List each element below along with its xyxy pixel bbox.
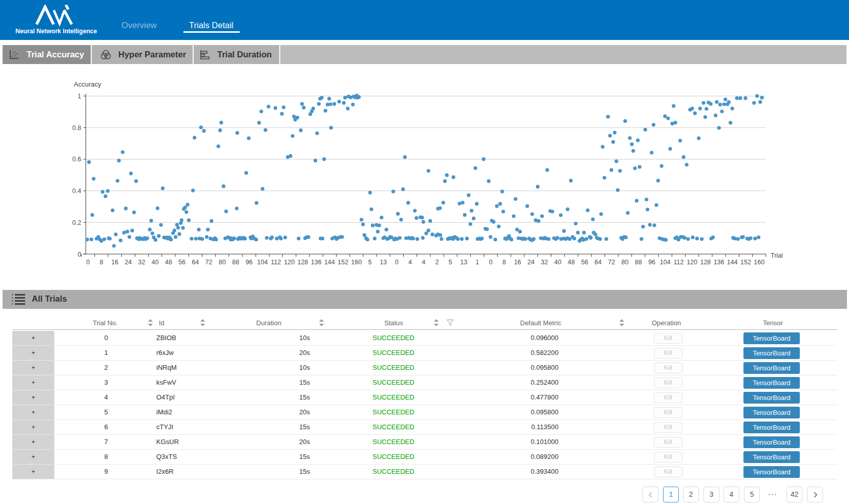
svg-text:96: 96 [245, 259, 253, 266]
svg-text:0.2: 0.2 [72, 219, 81, 226]
svg-text:80: 80 [622, 259, 629, 266]
svg-text:Trial: Trial [771, 252, 783, 259]
svg-text:104: 104 [257, 259, 268, 266]
svg-text:Accuracy: Accuracy [74, 80, 101, 88]
svg-text:112: 112 [271, 259, 281, 266]
svg-text:13: 13 [380, 259, 387, 266]
svg-text:72: 72 [205, 259, 213, 266]
svg-text:4: 4 [422, 259, 425, 266]
svg-text:16: 16 [111, 259, 118, 266]
svg-text:8: 8 [502, 259, 506, 266]
svg-text:0.4: 0.4 [72, 187, 81, 195]
svg-text:56: 56 [581, 259, 588, 266]
svg-text:40: 40 [554, 259, 562, 266]
svg-text:56: 56 [178, 259, 185, 266]
svg-text:5: 5 [368, 259, 371, 266]
svg-text:64: 64 [192, 259, 199, 266]
svg-text:96: 96 [648, 259, 655, 266]
svg-text:64: 64 [594, 259, 602, 266]
svg-text:152: 152 [740, 259, 751, 266]
svg-text:24: 24 [125, 259, 132, 266]
svg-text:4: 4 [408, 259, 412, 266]
svg-text:80: 80 [219, 259, 226, 266]
svg-text:144: 144 [324, 259, 335, 266]
svg-text:160: 160 [754, 259, 764, 266]
svg-text:0: 0 [489, 259, 492, 266]
svg-text:112: 112 [674, 259, 684, 266]
svg-text:1: 1 [78, 93, 81, 100]
svg-text:128: 128 [297, 259, 308, 266]
svg-text:136: 136 [714, 259, 724, 266]
svg-text:136: 136 [311, 259, 322, 266]
svg-text:2: 2 [435, 259, 439, 266]
svg-text:0: 0 [78, 251, 81, 258]
svg-text:32: 32 [138, 259, 146, 266]
svg-text:48: 48 [568, 259, 575, 266]
svg-text:0: 0 [86, 259, 90, 266]
svg-text:128: 128 [700, 259, 711, 266]
svg-text:0: 0 [395, 259, 399, 266]
svg-text:144: 144 [727, 259, 738, 266]
svg-text:72: 72 [608, 259, 615, 266]
svg-text:152: 152 [338, 259, 348, 266]
svg-text:1: 1 [475, 259, 479, 266]
svg-text:32: 32 [541, 259, 548, 266]
svg-text:40: 40 [152, 259, 159, 266]
svg-text:88: 88 [635, 259, 642, 266]
svg-text:5: 5 [449, 259, 452, 266]
svg-text:120: 120 [687, 259, 697, 266]
svg-text:0.6: 0.6 [72, 156, 81, 163]
svg-text:120: 120 [284, 259, 295, 266]
svg-text:104: 104 [660, 259, 671, 266]
svg-text:88: 88 [232, 259, 239, 266]
svg-text:160: 160 [351, 259, 362, 266]
svg-text:48: 48 [165, 259, 172, 266]
svg-text:0.8: 0.8 [72, 124, 81, 132]
svg-text:16: 16 [514, 259, 521, 266]
svg-text:24: 24 [527, 259, 534, 266]
svg-text:13: 13 [460, 259, 467, 266]
svg-text:8: 8 [99, 259, 103, 266]
